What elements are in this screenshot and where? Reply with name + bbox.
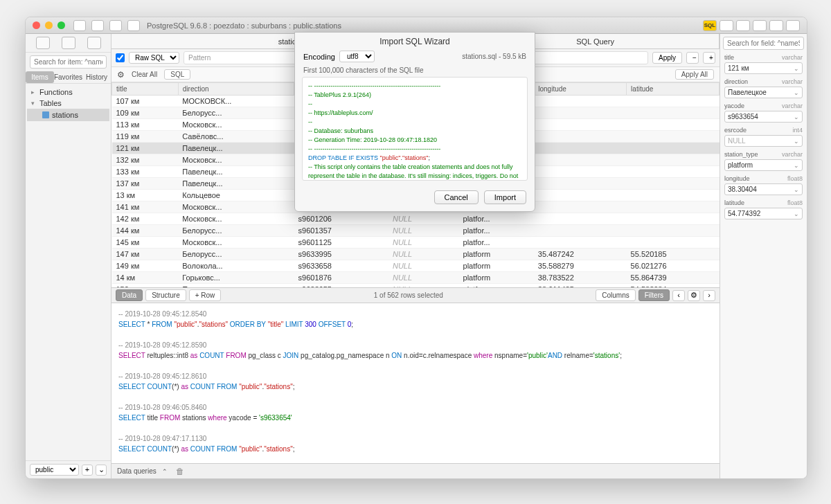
table-cell[interactable]: Горьковс...	[178, 272, 294, 284]
grid-icon[interactable]	[720, 20, 733, 31]
table-cell[interactable]	[534, 107, 627, 119]
table-cell[interactable]: 107 км	[112, 96, 179, 107]
table-cell[interactable]: NULL	[388, 260, 459, 272]
table-cell[interactable]: Белорусс...	[178, 249, 294, 260]
table-cell[interactable]: МОСКОВСК...	[178, 96, 294, 107]
table-cell[interactable]: 144 км	[112, 225, 179, 237]
add-row-button[interactable]: + Row	[189, 289, 222, 301]
tab-items[interactable]: Items	[26, 71, 54, 83]
table-cell[interactable]	[627, 154, 720, 166]
panel-left-icon[interactable]	[753, 20, 767, 31]
table-cell[interactable]: Московск...	[178, 201, 294, 213]
table-cell[interactable]: 132 км	[112, 154, 179, 166]
filters-button[interactable]: Filters	[638, 289, 670, 301]
back-icon[interactable]	[73, 20, 86, 31]
table-cell[interactable]	[534, 201, 627, 213]
columns-button[interactable]: Columns	[596, 289, 635, 301]
prev-page-icon[interactable]: ‹	[672, 290, 685, 301]
table-cell[interactable]: 14 км	[112, 272, 179, 284]
table-cell[interactable]	[534, 154, 627, 166]
tree-item-stations[interactable]: stations	[27, 109, 109, 121]
table-cell[interactable]: Кольцевое	[178, 190, 294, 201]
table-cell[interactable]: 121 км	[112, 143, 179, 154]
table-cell[interactable]: s9601125	[294, 237, 388, 249]
dots-icon[interactable]	[736, 20, 750, 31]
panel-right-icon[interactable]	[786, 20, 800, 31]
table-row[interactable]: 147 кмБелорусс...s9633995NULLplatform35.…	[112, 249, 720, 260]
table-cell[interactable]: platform	[459, 249, 534, 260]
field-value[interactable]: Павелецкое⌄	[724, 87, 803, 98]
gear-icon[interactable]: ⚙	[117, 70, 125, 80]
table-cell[interactable]	[534, 178, 627, 190]
table-cell[interactable]	[627, 96, 720, 107]
table-cell[interactable]: platfor...	[459, 213, 534, 225]
table-cell[interactable]: 149 км	[112, 260, 179, 272]
apply-all-button[interactable]: Apply All	[675, 69, 714, 80]
sql-toggle-button[interactable]: SQL	[164, 69, 190, 80]
table-cell[interactable]: Московск...	[178, 237, 294, 249]
table-cell[interactable]	[534, 131, 627, 143]
import-button[interactable]: Import	[484, 190, 526, 204]
table-cell[interactable]: 119 км	[112, 131, 179, 143]
table-cell[interactable]: 38.783522	[534, 272, 627, 284]
tab-favorites[interactable]: Favorites	[54, 71, 82, 83]
right-search-input[interactable]	[723, 37, 804, 50]
table-cell[interactable]	[627, 213, 720, 225]
archive-icon[interactable]	[87, 37, 101, 49]
table-cell[interactable]: s9633658	[294, 260, 388, 272]
column-header[interactable]: direction	[178, 83, 294, 96]
field-value[interactable]: s9633654⌄	[724, 111, 803, 123]
list-icon[interactable]	[62, 37, 75, 49]
table-cell[interactable]: Павелецк...	[178, 166, 294, 178]
table-cell[interactable]: NULL	[388, 237, 459, 249]
table-cell[interactable]: 142 км	[112, 213, 179, 225]
sql-icon[interactable]: SQL	[703, 20, 717, 31]
table-cell[interactable]: 137 км	[112, 178, 179, 190]
table-cell[interactable]	[534, 237, 627, 249]
table-row[interactable]: 144 кмБелорусс...s9601357NULLplatfor...	[112, 225, 720, 237]
table-cell[interactable]: 35.588279	[534, 260, 627, 272]
table-cell[interactable]: 55.520185	[627, 249, 720, 260]
table-cell[interactable]	[534, 119, 627, 131]
tree-tables[interactable]: ▾Tables	[27, 98, 109, 109]
table-cell[interactable]: NULL	[388, 249, 459, 260]
table-cell[interactable]: s9601206	[294, 213, 388, 225]
table-cell[interactable]: NULL	[388, 272, 459, 284]
chevron-icon[interactable]: ⌃	[162, 468, 168, 475]
table-cell[interactable]: platfor...	[459, 237, 534, 249]
table-cell[interactable]	[627, 143, 720, 154]
settings-icon[interactable]: ⚙	[688, 290, 700, 301]
add-filter-button[interactable]: +	[703, 52, 715, 64]
table-cell[interactable]: 56.021276	[627, 260, 720, 272]
forward-icon[interactable]	[91, 20, 104, 31]
table-cell[interactable]: Московск...	[178, 119, 294, 131]
column-header[interactable]: latitude	[627, 83, 720, 96]
table-cell[interactable]	[627, 237, 720, 249]
table-cell[interactable]: platform	[459, 260, 534, 272]
tree-functions[interactable]: ▸Functions	[27, 87, 109, 98]
table-cell[interactable]: 133 км	[112, 166, 179, 178]
field-value[interactable]: 38.30404⌄	[724, 183, 803, 195]
add-connection-icon[interactable]	[36, 37, 50, 49]
table-row[interactable]: 145 кмМосковск...s9601125NULLplatfor...	[112, 237, 720, 249]
structure-tab-button[interactable]: Structure	[145, 289, 186, 301]
table-cell[interactable]: 141 км	[112, 201, 179, 213]
sidebar-search-input[interactable]	[30, 55, 107, 69]
minimize-icon[interactable]	[45, 21, 53, 29]
table-cell[interactable]	[627, 225, 720, 237]
table-cell[interactable]	[534, 143, 627, 154]
table-cell[interactable]	[627, 107, 720, 119]
table-cell[interactable]: s9601357	[294, 225, 388, 237]
table-cell[interactable]	[627, 166, 720, 178]
encoding-select[interactable]: utf8	[339, 51, 375, 62]
more-button[interactable]: ⌄	[96, 465, 107, 476]
schema-select[interactable]: public	[30, 464, 79, 476]
table-cell[interactable]: 145 км	[112, 237, 179, 249]
zoom-icon[interactable]	[57, 21, 65, 29]
filter-checkbox[interactable]	[116, 53, 125, 62]
table-cell[interactable]: 113 км	[112, 119, 179, 131]
cancel-button[interactable]: Cancel	[434, 190, 479, 204]
trash-icon[interactable]: 🗑	[176, 467, 184, 476]
remove-filter-button[interactable]: −	[686, 52, 699, 64]
table-cell[interactable]: platform	[459, 272, 534, 284]
